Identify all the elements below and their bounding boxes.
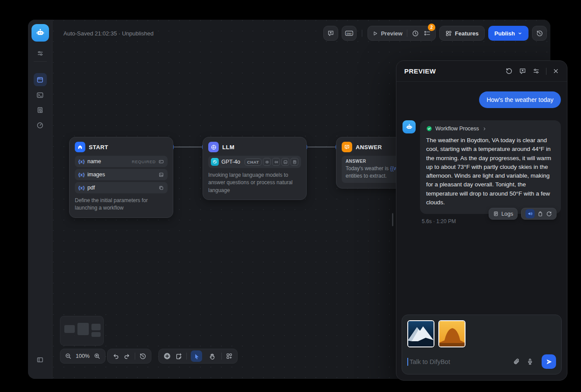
zoom-controls: 100% [60,349,105,364]
pill-divider [221,353,222,360]
run-history-button[interactable] [412,30,419,37]
pill-divider [407,30,407,37]
canvas-scroll-indicator[interactable] [392,213,393,226]
chat-mode-badge: CHAT [245,158,262,166]
tune-icon[interactable] [34,47,47,60]
sidebar-item-terminal[interactable] [34,88,47,102]
sidebar-divider [34,61,47,62]
screen: Auto-Saved 21:02:35 · Unpublished ENV Pr… [0,0,581,392]
start-field-images[interactable]: {x} images [75,169,168,180]
undo-icon[interactable] [112,353,119,360]
document-icon [290,158,298,166]
chat-messages[interactable]: How's the weather today Workflow Process… [396,82,567,380]
attached-images [407,320,556,347]
hand-tool[interactable] [206,350,217,362]
text-caret [407,358,408,366]
node-title: START [89,144,108,150]
workflow-process-toggle[interactable]: Workflow Process [426,126,555,132]
node-llm[interactable]: LLM GPT-4o CHAT Invoking large lan [203,137,307,200]
features-grid-icon [445,30,452,37]
logs-button[interactable]: Logs [489,208,518,220]
minimap[interactable] [60,316,104,346]
features-button[interactable]: Features [439,26,485,41]
chat-close-icon[interactable] [519,67,526,75]
pill-divider [186,353,187,360]
image-file-icon [158,172,164,178]
history-icon[interactable] [139,353,147,360]
robot-icon [405,123,413,131]
autosave-status: Auto-Saved 21:02:35 · Unpublished [63,30,154,37]
attachment-thumbnail-mountain-blue[interactable] [407,320,434,347]
variable-token: {x} [78,159,85,164]
chat-input[interactable] [410,358,513,365]
version-history-button[interactable] [532,26,547,41]
canvas-tools [158,349,238,364]
model-name: GPT-4o [221,159,240,165]
speaker-icon [527,211,533,217]
checklist-badge: 2 [428,24,435,31]
pointer-tool[interactable] [191,350,202,362]
chat-annotation-button[interactable] [323,26,338,41]
zoom-in-icon[interactable] [94,353,101,360]
pill-divider [135,353,135,360]
chevron-down-icon [518,31,522,36]
sidebar-item-orchestrate[interactable] [34,73,47,86]
preview-button[interactable]: Preview [372,30,402,37]
text-input-icon [158,159,164,164]
collapse-sidebar-icon[interactable] [34,353,47,366]
attachment-thumbnail-mountain-orange[interactable] [438,320,466,347]
sidebar-item-monitoring[interactable] [34,119,47,132]
image-icon [281,158,289,166]
logs-icon [493,211,499,217]
app-logo[interactable] [32,24,49,42]
pill-divider [546,68,546,75]
paperclip-icon[interactable] [513,358,520,365]
audio-icon [272,158,280,166]
home-icon [75,142,85,152]
sidebar [28,20,52,379]
chevron-right-icon [482,126,487,131]
refresh-icon[interactable] [505,67,513,75]
send-button[interactable] [542,354,556,369]
bot-message-bubble: Workflow Process The weather in Boydton,… [420,120,561,214]
sliders-icon[interactable] [532,67,540,75]
undo-redo-controls [107,349,151,364]
env-button[interactable]: ENV [342,26,357,41]
speaker-button[interactable] [525,209,535,218]
sidebar-item-logs[interactable] [34,103,47,116]
variable-token: {x} [78,172,85,177]
organize-icon[interactable] [226,353,233,360]
node-title: LLM [222,144,234,150]
edge-llm-answer [307,147,336,147]
message-tools [521,208,556,220]
start-field-pdf[interactable]: {x} pdf [75,182,168,193]
regenerate-button[interactable] [546,211,552,217]
terminal-icon [36,91,44,99]
llm-model-row[interactable]: GPT-4o CHAT [208,156,301,168]
message-actions: Logs [489,208,556,220]
orchestrate-icon [36,76,44,84]
check-circle-icon [426,126,432,132]
chat-close-icon [327,30,334,37]
redo-icon[interactable] [123,353,131,360]
logs-icon [36,106,44,114]
add-node-icon[interactable] [163,352,171,360]
llm-icon [208,142,219,152]
user-message-bubble: How's the weather today [479,91,561,108]
publish-button[interactable]: Publish [488,26,528,41]
files-icon [158,185,164,191]
start-field-name[interactable]: {x} name REQUIRED [75,156,168,167]
checklist-button[interactable]: 2 [424,30,431,37]
mic-icon[interactable] [526,358,534,365]
zoom-level[interactable]: 100% [76,353,90,359]
copy-button[interactable] [537,211,543,217]
close-icon[interactable] [553,68,559,74]
node-title: ANSWER [356,144,382,150]
preview-title: PREVIEW [404,67,436,75]
header-divider [362,30,362,37]
add-note-icon[interactable] [175,353,182,360]
version-history-icon [536,30,543,37]
vision-icon [263,158,271,166]
node-start[interactable]: START {x} name REQUIRED {x} images [69,137,173,218]
zoom-out-icon[interactable] [65,353,72,360]
